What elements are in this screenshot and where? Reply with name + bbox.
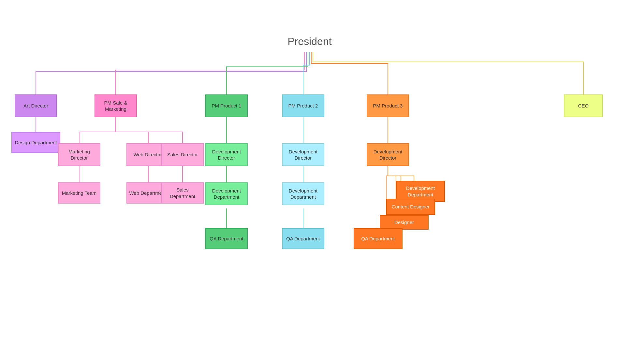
content-designer-node[interactable]: Content Designer: [386, 199, 435, 215]
qa-department1-node[interactable]: QA Department: [205, 228, 248, 249]
pm-product1-label: PM Product 1: [212, 103, 242, 109]
content-designer-label: Content Designer: [392, 204, 430, 210]
qa-department3-label: QA Department: [361, 235, 395, 242]
pm-product3-node[interactable]: PM Product 3: [367, 94, 409, 117]
dev-department2-node[interactable]: Development Department: [282, 182, 324, 205]
sales-department-node[interactable]: Sales Department: [161, 182, 204, 204]
pm-sale-marketing-label: PM Sale & Marketing: [97, 100, 134, 112]
sales-director-label: Sales Director: [167, 151, 198, 158]
dev-director2-label: Development Director: [285, 149, 322, 161]
dev-director3-label: Development Director: [369, 149, 406, 161]
qa-department2-label: QA Department: [286, 235, 320, 242]
dev-department1-label: Development Department: [208, 188, 245, 200]
art-director-node[interactable]: Art Director: [15, 94, 57, 117]
designer-node[interactable]: Designer: [380, 215, 429, 230]
dev-director1-node[interactable]: Development Director: [205, 143, 248, 166]
president-label: President: [287, 35, 331, 49]
pm-product1-node[interactable]: PM Product 1: [205, 94, 248, 117]
org-chart: President Art Director Design Department…: [0, 0, 644, 342]
dev-department2-label: Development Department: [285, 188, 322, 200]
dev-director1-label: Development Director: [208, 149, 245, 161]
design-department-label: Design Department: [15, 139, 57, 146]
ceo-node[interactable]: CEO: [564, 94, 603, 117]
dev-department1-node[interactable]: Development Department: [205, 182, 248, 205]
pm-product2-label: PM Product 2: [288, 103, 318, 109]
president-node: President: [284, 31, 336, 52]
dev-director2-node[interactable]: Development Director: [282, 143, 324, 166]
qa-department3-node[interactable]: QA Department: [354, 228, 402, 249]
marketing-team-node[interactable]: Marketing Team: [58, 182, 100, 204]
dev-director3-node[interactable]: Development Director: [367, 143, 409, 166]
design-department-node[interactable]: Design Department: [11, 132, 60, 153]
qa-department2-node[interactable]: QA Department: [282, 228, 324, 249]
sales-director-node[interactable]: Sales Director: [161, 143, 204, 166]
art-director-label: Art Director: [23, 103, 48, 109]
pm-product2-node[interactable]: PM Product 2: [282, 94, 324, 117]
pm-sale-marketing-node[interactable]: PM Sale & Marketing: [95, 94, 137, 117]
web-director-label: Web Director: [133, 151, 162, 158]
sales-department-label: Sales Department: [164, 187, 201, 199]
marketing-team-label: Marketing Team: [62, 190, 96, 196]
dev-department3-label: Development Department: [399, 185, 442, 198]
ceo-label: CEO: [578, 103, 589, 109]
designer-label: Designer: [394, 219, 414, 226]
marketing-director-node[interactable]: Marketing Director: [58, 143, 100, 166]
web-department-label: Web Department: [129, 190, 166, 196]
pm-product3-label: PM Product 3: [373, 103, 403, 109]
qa-department1-label: QA Department: [210, 235, 243, 242]
marketing-director-label: Marketing Director: [61, 149, 98, 161]
